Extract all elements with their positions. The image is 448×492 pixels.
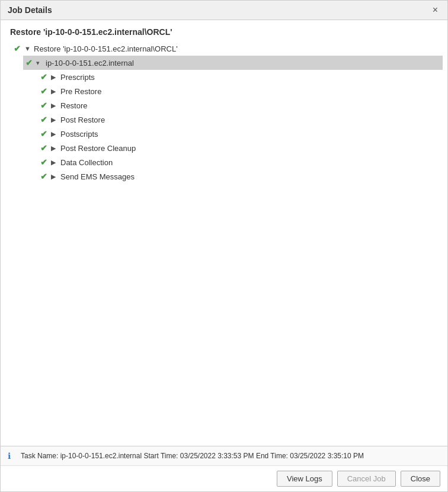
tree-item-restore[interactable]: ✔ ▶ Restore <box>38 98 443 112</box>
tree-toggle-postscripts[interactable]: ▶ <box>51 130 59 138</box>
tree-host-label: ip-10-0-0-151.ec2.internal <box>46 59 134 67</box>
tree-toggle-host[interactable]: ▾ <box>36 59 44 67</box>
view-logs-button[interactable]: View Logs <box>277 471 332 487</box>
dialog-header: Job Details × <box>1 1 447 20</box>
tree-toggle-data-collection[interactable]: ▶ <box>51 159 59 166</box>
tree-toggle-root[interactable]: ▼ <box>24 45 33 52</box>
tree-label-restore: Restore <box>60 101 88 110</box>
tree-item-data-collection[interactable]: ✔ ▶ Data Collection <box>38 155 443 169</box>
tree-toggle-post-restore[interactable]: ▶ <box>51 116 59 124</box>
tree-root-item[interactable]: ✔ ▼ Restore 'ip-10-0-0-151.ec2.internal\… <box>11 41 443 56</box>
job-details-dialog: Job Details × Restore 'ip-10-0-0-151.ec2… <box>0 0 448 492</box>
tree-label-post-restore: Post Restore <box>60 115 105 124</box>
tree-item-post-restore[interactable]: ✔ ▶ Post Restore <box>38 112 443 127</box>
dialog-subtitle: Restore 'ip-10-0-0-151.ec2.internal\ORCL… <box>1 20 447 41</box>
tree-toggle-pre-restore[interactable]: ▶ <box>51 88 59 95</box>
tree-node-host[interactable]: ✔ ▾ ip-10-0-0-151.ec2.internal <box>23 56 443 70</box>
cancel-job-button[interactable]: Cancel Job <box>337 471 396 487</box>
check-icon-send-ems: ✔ <box>40 172 51 181</box>
check-icon-prescripts: ✔ <box>40 72 51 82</box>
close-button[interactable]: Close <box>401 471 440 487</box>
tree-item-pre-restore[interactable]: ✔ ▶ Pre Restore <box>38 84 443 98</box>
tree-toggle-prescripts[interactable]: ▶ <box>51 73 59 81</box>
footer-info: ℹ Task Name: ip-10-0-0-151.ec2.internal … <box>1 446 447 465</box>
check-icon-host: ✔ <box>25 58 36 67</box>
tree-item-post-restore-cleanup[interactable]: ✔ ▶ Post Restore Cleanup <box>38 141 443 155</box>
tree-toggle-post-restore-cleanup[interactable]: ▶ <box>51 144 59 152</box>
check-icon-post-restore: ✔ <box>40 115 51 124</box>
footer-buttons: View Logs Cancel Job Close <box>1 465 447 491</box>
tree-label-prescripts: Prescripts <box>60 73 95 82</box>
dialog-body: ✔ ▼ Restore 'ip-10-0-0-151.ec2.internal\… <box>1 41 447 446</box>
tree-label-post-restore-cleanup: Post Restore Cleanup <box>60 144 136 153</box>
check-icon-pre-restore: ✔ <box>40 86 51 96</box>
tree-item-postscripts[interactable]: ✔ ▶ Postscripts <box>38 127 443 141</box>
tree-item-send-ems[interactable]: ✔ ▶ Send EMS Messages <box>38 169 443 184</box>
tree-label-send-ems: Send EMS Messages <box>60 172 135 181</box>
check-icon-restore: ✔ <box>40 101 51 110</box>
check-icon: ✔ <box>14 44 24 53</box>
dialog-close-button[interactable]: × <box>430 5 440 15</box>
tree-toggle-restore[interactable]: ▶ <box>51 102 59 110</box>
tree-label-pre-restore: Pre Restore <box>60 87 101 96</box>
dialog-title: Job Details <box>8 5 52 15</box>
info-icon: ℹ <box>8 451 17 461</box>
tree-label-data-collection: Data Collection <box>60 158 113 167</box>
tree-item-prescripts[interactable]: ✔ ▶ Prescripts <box>38 70 443 84</box>
check-icon-post-restore-cleanup: ✔ <box>40 143 51 153</box>
tree-label-postscripts: Postscripts <box>60 130 98 139</box>
footer-info-text: Task Name: ip-10-0-0-151.ec2.internal St… <box>21 452 364 460</box>
check-icon-postscripts: ✔ <box>40 129 51 139</box>
tree-root-label: Restore 'ip-10-0-0-151.ec2.internal\ORCL… <box>34 44 178 53</box>
job-tree: ✔ ▼ Restore 'ip-10-0-0-151.ec2.internal\… <box>1 41 447 184</box>
tree-toggle-send-ems[interactable]: ▶ <box>51 173 59 181</box>
check-icon-data-collection: ✔ <box>40 157 51 167</box>
